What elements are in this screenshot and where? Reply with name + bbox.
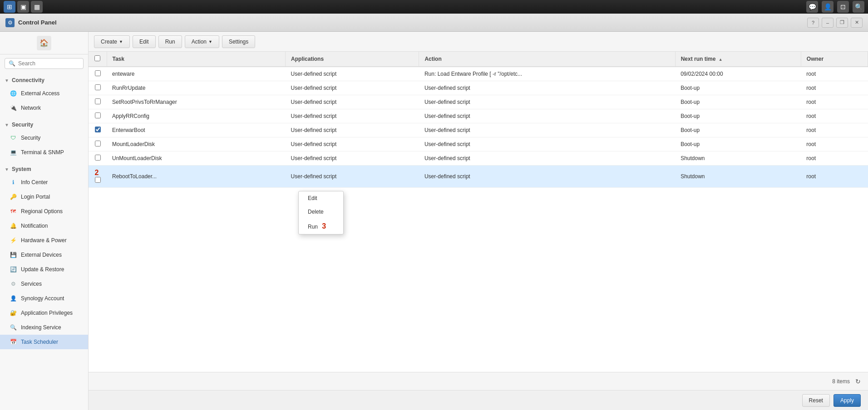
taskbar-app2-icon[interactable]: ▦: [31, 1, 43, 13]
window-manager-icon[interactable]: ⊡: [837, 1, 849, 13]
taskbar: ⊞ ▣ ▦ 💬 👤 ⊡ 🔍: [0, 0, 868, 14]
taskbar-right: 💬 👤 ⊡ 🔍: [806, 1, 864, 13]
taskbar-app1-icon[interactable]: ▣: [17, 1, 29, 13]
user-icon[interactable]: 👤: [822, 1, 833, 13]
chat-icon[interactable]: 💬: [806, 1, 818, 13]
taskbar-grid-icon[interactable]: ⊞: [4, 1, 15, 13]
taskbar-left: ⊞ ▣ ▦: [4, 1, 43, 13]
global-search-icon[interactable]: 🔍: [853, 1, 864, 13]
